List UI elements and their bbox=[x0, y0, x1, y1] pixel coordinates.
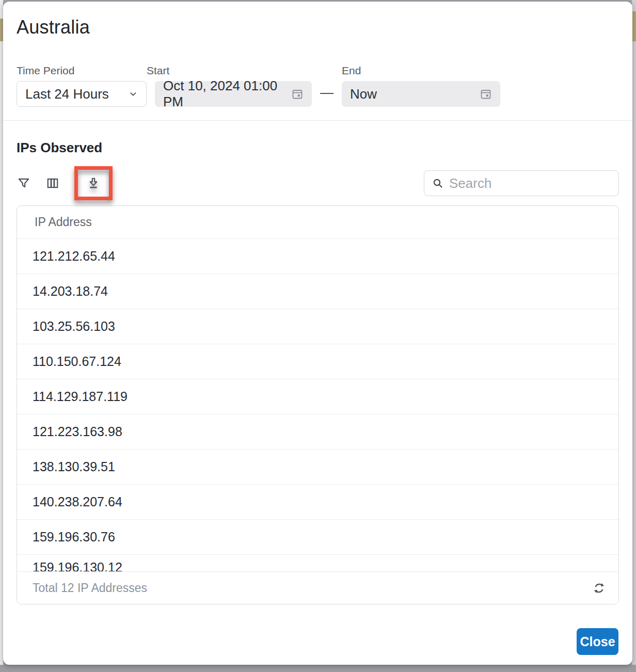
background-page-bottom-edge bbox=[0, 665, 636, 672]
refresh-icon bbox=[592, 581, 606, 595]
table-footer: Total 12 IP Addresses bbox=[17, 571, 618, 604]
time-period-select[interactable]: Last 24 Hours bbox=[17, 81, 147, 107]
end-date-value: Now bbox=[350, 86, 377, 102]
end-label: End bbox=[342, 65, 500, 77]
chevron-down-icon bbox=[129, 89, 138, 99]
start-date-group: Start Oct 10, 2024 01:00 PM bbox=[147, 65, 312, 107]
section-divider bbox=[3, 120, 632, 121]
search-icon bbox=[432, 177, 444, 189]
table-row-clipped[interactable]: 159.196.130.12 bbox=[17, 554, 618, 571]
column-header-ip-address[interactable]: IP Address bbox=[17, 206, 618, 238]
table-row[interactable]: 140.238.207.64 bbox=[17, 484, 618, 519]
download-icon bbox=[87, 177, 100, 190]
date-range-separator: — bbox=[320, 85, 333, 107]
table-row[interactable]: 110.150.67.124 bbox=[17, 344, 618, 379]
table-row[interactable]: 14.203.18.74 bbox=[17, 274, 618, 309]
start-date-value: Oct 10, 2024 01:00 PM bbox=[163, 78, 291, 110]
table-row[interactable]: 159.196.30.76 bbox=[17, 519, 618, 554]
dialog-title: Australia bbox=[3, 16, 632, 39]
columns-icon bbox=[46, 177, 59, 190]
screen: { "modal": { "title": "Australia", "filt… bbox=[0, 0, 636, 672]
filter-button[interactable] bbox=[17, 176, 31, 190]
end-date-group: End Now bbox=[342, 65, 500, 107]
background-page-right-edge bbox=[632, 0, 636, 672]
background-banner-right bbox=[632, 11, 636, 41]
total-count-label: Total 12 IP Addresses bbox=[33, 581, 147, 595]
search-box[interactable] bbox=[424, 170, 619, 196]
close-button[interactable]: Close bbox=[577, 628, 618, 655]
time-period-value: Last 24 Hours bbox=[25, 86, 109, 102]
australia-dialog: Australia Time Period Last 24 Hours Star… bbox=[3, 2, 632, 665]
filter-icon bbox=[17, 177, 30, 190]
table-row[interactable]: 121.212.65.44 bbox=[17, 238, 618, 274]
time-period-label: Time Period bbox=[17, 65, 147, 77]
calendar-icon bbox=[480, 88, 492, 100]
ip-table: IP Address 121.212.65.44 14.203.18.74 10… bbox=[17, 205, 619, 604]
refresh-button[interactable] bbox=[592, 581, 606, 595]
end-date-input[interactable]: Now bbox=[342, 81, 500, 107]
download-button[interactable] bbox=[86, 176, 101, 190]
table-toolbar bbox=[3, 165, 632, 201]
search-input[interactable] bbox=[449, 175, 622, 191]
columns-button[interactable] bbox=[45, 176, 60, 190]
table-row[interactable]: 121.223.163.98 bbox=[17, 414, 618, 449]
time-period-group: Time Period Last 24 Hours bbox=[17, 65, 147, 107]
filter-bar: Time Period Last 24 Hours Start Oct 10, … bbox=[3, 65, 632, 107]
calendar-icon bbox=[291, 88, 304, 100]
start-label: Start bbox=[147, 65, 312, 77]
table-row[interactable]: 138.130.39.51 bbox=[17, 449, 618, 484]
annotation-highlight-box bbox=[74, 166, 113, 200]
table-row[interactable]: 103.25.56.103 bbox=[17, 309, 618, 344]
section-title: IPs Observed bbox=[3, 139, 632, 156]
table-row[interactable]: 114.129.187.119 bbox=[17, 379, 618, 414]
start-date-input[interactable]: Oct 10, 2024 01:00 PM bbox=[155, 81, 312, 107]
